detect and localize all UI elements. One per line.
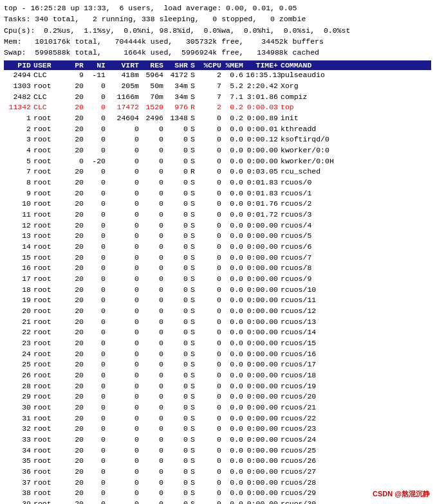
cell-virt: 0 (108, 467, 142, 478)
cell-cpu: 7 (199, 81, 224, 92)
cell-user: root (33, 253, 67, 264)
cell-s: S (190, 295, 199, 306)
column-header-%cpu: %CPU (199, 61, 224, 69)
cell-pid: 30 (4, 402, 33, 413)
cell-res: 0 (142, 177, 166, 188)
table-row: 22root200000S00.00:00.00rcuos/14 (4, 327, 431, 338)
cell-cpu: 0 (199, 145, 224, 156)
cell-cpu: 0 (199, 327, 224, 338)
cell-ni: 0 (86, 263, 108, 274)
cell-mem: 0.0 (224, 456, 246, 467)
cell-user: root (33, 381, 67, 392)
cell-cmd: rcuos/11 (281, 295, 431, 306)
cell-cpu: 0 (199, 370, 224, 381)
cell-shr: 0 (166, 156, 190, 167)
cell-shr: 0 (166, 478, 190, 489)
cell-virt: 0 (108, 231, 142, 242)
cell-time: 0:00.00 (246, 306, 281, 317)
cell-shr: 0 (166, 488, 190, 499)
cell-pid: 28 (4, 381, 33, 392)
cell-pid: 1 (4, 113, 33, 124)
cell-cpu: 0 (199, 156, 224, 167)
cell-time: 0:00.00 (246, 359, 281, 370)
cell-time: 0:00.00 (246, 499, 281, 504)
cell-user: root (33, 166, 67, 177)
cell-ni: 0 (86, 124, 108, 135)
cell-cmd: rcuos/18 (281, 370, 431, 381)
cell-cmd: rcuos/8 (281, 263, 431, 274)
cell-virt: 0 (108, 263, 142, 274)
cell-s: S (190, 177, 199, 188)
cell-virt: 0 (108, 134, 142, 145)
table-row: 16root200000S00.00:00.00rcuos/8 (4, 263, 431, 274)
cell-res: 0 (142, 402, 166, 413)
cell-user: root (33, 199, 67, 210)
cell-ni: 0 (86, 402, 108, 413)
cell-res: 1520 (142, 102, 166, 113)
cell-shr: 0 (166, 349, 190, 360)
cell-virt: 0 (108, 381, 142, 392)
cell-user: root (33, 274, 67, 285)
cell-cpu: 0 (199, 446, 224, 456)
cell-res: 0 (142, 124, 166, 135)
cell-shr: 0 (166, 306, 190, 317)
cell-pid: 23 (4, 338, 33, 349)
table-row: 28root200000S00.00:00.00rcuos/19 (4, 381, 431, 392)
cell-cpu: 0 (199, 274, 224, 285)
cell-pr: 20 (67, 242, 86, 253)
cell-shr: 0 (166, 210, 190, 221)
cell-mem: 0.0 (224, 392, 246, 402)
table-row: 15root200000S00.00:00.00rcuos/7 (4, 253, 431, 264)
cell-shr: 0 (166, 435, 190, 446)
cell-pid: 3 (4, 134, 33, 145)
table-row: 1303root200205m50m34mS75.22:20.42Xorg (4, 81, 431, 92)
cell-mem: 0.0 (224, 359, 246, 370)
cell-shr: 0 (166, 124, 190, 135)
cell-mem: 0.0 (224, 156, 246, 167)
cell-cmd: rcuos/3 (281, 210, 431, 221)
column-header-pr: PR (67, 61, 86, 69)
cell-time: 2:20.42 (246, 81, 281, 92)
cell-ni: 0 (86, 295, 108, 306)
cell-shr: 0 (166, 188, 190, 199)
cell-pid: 7 (4, 166, 33, 177)
cell-ni: 0 (86, 499, 108, 504)
cell-ni: 0 (86, 370, 108, 381)
cell-user: root (33, 231, 67, 242)
cell-res: 0 (142, 381, 166, 392)
cell-res: 0 (142, 413, 166, 424)
cell-user: root (33, 392, 67, 402)
cell-pr: 20 (67, 359, 86, 370)
cell-pid: 4 (4, 145, 33, 156)
cell-pid: 31 (4, 413, 33, 424)
cell-cmd: kworker/0:0 (281, 145, 431, 156)
cell-mem: 0.0 (224, 488, 246, 499)
cell-virt: 0 (108, 285, 142, 296)
cell-res: 0 (142, 221, 166, 231)
cell-pr: 20 (67, 402, 86, 413)
cell-cpu: 0 (199, 338, 224, 349)
cell-time: 3:01.86 (246, 92, 281, 103)
cell-s: R (190, 102, 199, 113)
cell-shr: 0 (166, 467, 190, 478)
cell-pr: 20 (67, 210, 86, 221)
cell-mem: 0.0 (224, 467, 246, 478)
cell-shr: 0 (166, 263, 190, 274)
table-row: 7root200000R00.00:03.05rcu_sched (4, 166, 431, 177)
cell-cpu: 0 (199, 177, 224, 188)
cell-cmd: rcuos/24 (281, 435, 431, 446)
table-row: 2root200000S00.00:00.01kthreadd (4, 124, 431, 135)
cell-virt: 0 (108, 392, 142, 402)
cell-shr: 0 (166, 242, 190, 253)
cell-shr: 0 (166, 231, 190, 242)
cell-mem: 0.0 (224, 381, 246, 392)
cell-pid: 2482 (4, 92, 33, 103)
cell-cmd: rcuos/6 (281, 242, 431, 253)
cell-res: 0 (142, 317, 166, 328)
cell-mem: 0.0 (224, 221, 246, 231)
table-body: 2494CLC9-11418m59644172S20.616:35.13puls… (4, 70, 431, 504)
cell-mem: 0.0 (224, 402, 246, 413)
cell-time: 0:00.00 (246, 145, 281, 156)
cell-user: root (33, 488, 67, 499)
cell-cpu: 0 (199, 124, 224, 135)
